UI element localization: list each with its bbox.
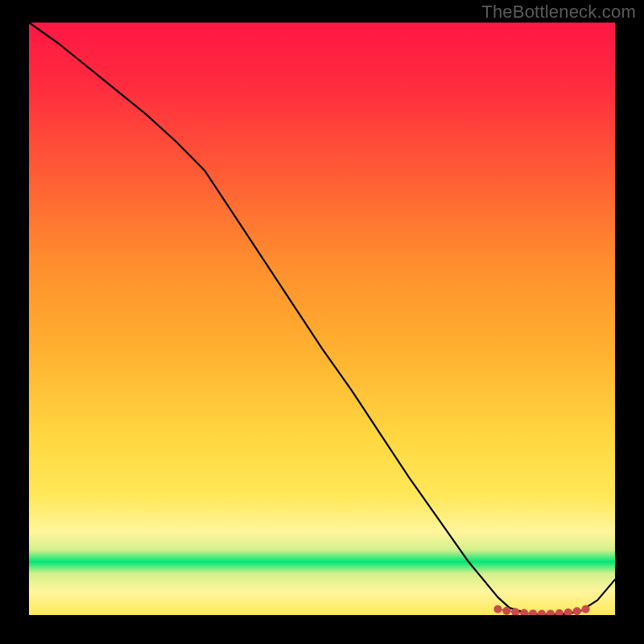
frame-bottom (0, 615, 644, 644)
frame-right (615, 0, 644, 644)
valley-dot (573, 607, 581, 615)
chart-svg (0, 0, 644, 644)
valley-dot (511, 608, 519, 616)
valley-dot (582, 605, 590, 613)
valley-dot (493, 605, 502, 613)
watermark-text: TheBottleneck.com (481, 2, 636, 23)
valley-dot (502, 607, 510, 615)
plot-background-gradient (29, 23, 615, 615)
chart-container: TheBottleneck.com (0, 0, 644, 644)
frame-left (0, 0, 29, 644)
